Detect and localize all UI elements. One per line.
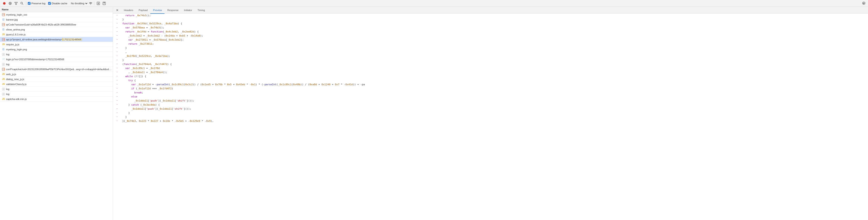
line-content: return _0x273011; bbox=[119, 42, 866, 46]
line-content: var _0x576bea = _0x74b3(); bbox=[119, 26, 866, 30]
line-marker: - bbox=[115, 107, 119, 110]
code-line: - (function(_0x2704e4, _0x1fd472) { bbox=[113, 62, 868, 66]
network-item[interactable]: XHapi.js?project_id=online.java.weblogin… bbox=[0, 37, 113, 42]
separator-1 bbox=[26, 1, 26, 5]
detail-tabs: ✕ Headers Payload Preview Response Initi… bbox=[113, 7, 868, 13]
line-content: } catch (_0x3ac0da) { bbox=[119, 103, 866, 107]
name-column-header: Name bbox=[2, 8, 8, 11]
network-item[interactable]: 🖼myelong_login.png bbox=[0, 47, 113, 52]
settings-button[interactable] bbox=[861, 1, 866, 6]
network-item[interactable]: ⬜log bbox=[0, 91, 113, 97]
network-item[interactable]: JSvalidatorClassJy.js bbox=[0, 82, 113, 87]
import-button[interactable] bbox=[96, 1, 101, 6]
js-icon: JS bbox=[2, 33, 5, 36]
disable-cache-label[interactable]: Disable cache bbox=[48, 2, 67, 5]
network-item[interactable]: 📄login.js?vs=202107095&timestamp=1702123… bbox=[0, 57, 113, 62]
item-name-text: login.js?vs=202107095&timestamp=17021231… bbox=[6, 58, 112, 61]
line-content: if (_0x1af12d === _0x1fd472) bbox=[119, 87, 866, 91]
preserve-log-label[interactable]: Preserve log bbox=[28, 2, 45, 5]
network-item[interactable]: ⬜log bbox=[0, 52, 113, 57]
network-item[interactable]: JScaptcha-sdk.min.js bbox=[0, 97, 113, 102]
network-item[interactable]: JSjquery1.8.3.min.js bbox=[0, 32, 113, 37]
separator-2 bbox=[94, 1, 94, 5]
line-marker: - bbox=[115, 70, 119, 73]
line-marker: - bbox=[115, 30, 119, 33]
network-item[interactable]: ⬜log bbox=[0, 62, 113, 67]
img-icon: 🖼 bbox=[2, 48, 4, 50]
detail-panel: ✕ Headers Payload Preview Response Initi… bbox=[113, 7, 868, 220]
network-item[interactable]: ⬜log bbox=[0, 87, 113, 91]
xhr-icon: XH bbox=[2, 23, 5, 26]
settings-icon bbox=[862, 2, 866, 5]
img-icon: 🖼 bbox=[2, 28, 4, 31]
network-toolbar: Preserve log Disable cache No throttling bbox=[0, 0, 868, 7]
line-marker: - bbox=[115, 46, 119, 49]
item-name-text: require_jy.js bbox=[6, 43, 112, 46]
tab-timing[interactable]: Timing bbox=[195, 7, 208, 14]
tab-preview[interactable]: Preview bbox=[150, 7, 164, 14]
item-name-text: dialog_new_jy.js bbox=[6, 78, 112, 80]
network-item[interactable]: JSrequire_jy.js bbox=[0, 42, 113, 47]
tab-initiator[interactable]: Initiator bbox=[181, 7, 195, 14]
code-line: - } bbox=[113, 115, 868, 119]
item-name-text: myelong_login_xxx bbox=[6, 13, 112, 16]
network-item[interactable]: XHmyelong_login_xxx bbox=[0, 12, 113, 17]
code-line: - } bbox=[113, 111, 868, 115]
line-content: , bbox=[119, 50, 866, 54]
code-line: - if (_0x1af12d === _0x1fd472) bbox=[113, 87, 868, 91]
line-content: function _0x1f0d(_0x5229ce, _0x4a71ba) { bbox=[119, 22, 866, 26]
line-content: } bbox=[119, 111, 866, 115]
line-marker: - bbox=[115, 74, 119, 77]
line-marker: - bbox=[115, 38, 119, 41]
item-name-text: log bbox=[6, 53, 112, 56]
search-button[interactable] bbox=[20, 1, 24, 6]
code-preview-panel[interactable]: - return _0x74b3();- }- function _0x1f0d… bbox=[113, 13, 868, 220]
throttle-wrap: No throttling bbox=[70, 2, 92, 5]
record-button[interactable] bbox=[2, 1, 7, 6]
code-line: - break; bbox=[113, 91, 868, 95]
line-marker: - bbox=[115, 87, 119, 89]
log-icon: ⬜ bbox=[2, 63, 5, 66]
code-line: - function _0x1f0d(_0x5229ce, _0x4a71ba)… bbox=[113, 22, 868, 26]
network-item[interactable]: JSdialog_new_jy.js bbox=[0, 77, 113, 82]
item-name-text: myelong_login.png bbox=[6, 48, 112, 51]
filter-button[interactable] bbox=[13, 1, 19, 6]
item-name-text: web_jy.js bbox=[6, 73, 112, 76]
code-line: - var _0x1af12d = -parseInt(_0x1c89c1(0x… bbox=[113, 83, 868, 87]
img-icon: 🖼 bbox=[2, 18, 4, 21]
network-list[interactable]: XHmyelong_login_xxx🖼banner.jpgXHqrCode?s… bbox=[0, 12, 113, 220]
preserve-log-checkbox[interactable] bbox=[28, 2, 31, 5]
item-name-text: log bbox=[6, 93, 112, 96]
export-button[interactable] bbox=[102, 1, 107, 6]
tab-response[interactable]: Response bbox=[164, 7, 181, 14]
close-detail-button[interactable]: ✕ bbox=[115, 8, 120, 13]
line-marker: - bbox=[115, 103, 119, 106]
line-marker: - bbox=[115, 50, 119, 53]
line-content: } bbox=[119, 46, 866, 50]
item-name-text: qrCode?sessionGuid=a36a50ff-6b23-462b-a6… bbox=[6, 23, 112, 26]
line-content: } bbox=[119, 17, 866, 22]
item-name-text: api.js?project_id=online.java.weblogin&t… bbox=[6, 38, 112, 41]
code-line: - try { bbox=[113, 78, 868, 83]
line-content: var _0x1af12d = -parseInt(_0x1c89c1(0x3c… bbox=[119, 83, 866, 87]
js-icon: JS bbox=[2, 98, 5, 100]
disable-cache-checkbox[interactable] bbox=[48, 2, 51, 5]
doc-icon: 📄 bbox=[2, 58, 5, 61]
xhr-icon: XH bbox=[2, 13, 5, 16]
svg-line-6 bbox=[22, 4, 23, 4]
line-content: , _0x1dda11 = _0x2704e4(); bbox=[119, 70, 866, 74]
line-content: try { bbox=[119, 78, 866, 83]
throttle-select[interactable]: No throttling bbox=[70, 2, 88, 5]
line-content: break; bbox=[119, 91, 866, 95]
network-item[interactable]: 🖼show_anima.png bbox=[0, 27, 113, 32]
tab-headers[interactable]: Headers bbox=[121, 7, 136, 14]
code-line: - }(_0x74b3, 0x223 * 0x227 + 0x10e * -0x… bbox=[113, 119, 868, 123]
network-item[interactable]: XHqrCode?sessionGuid=a36a50ff-6b23-462b-… bbox=[0, 22, 113, 27]
network-item[interactable]: XHconf?captchaUuid=20231209195909wPDbTCt… bbox=[0, 67, 113, 72]
tab-payload[interactable]: Payload bbox=[136, 7, 151, 14]
js-icon: JS bbox=[2, 73, 5, 75]
clear-button[interactable] bbox=[8, 1, 13, 6]
network-item[interactable]: 🖼banner.jpg bbox=[0, 17, 113, 22]
network-item[interactable]: JSweb_jy.js bbox=[0, 72, 113, 77]
network-panel: Name XHmyelong_login_xxx🖼banner.jpgXHqrC… bbox=[0, 7, 113, 220]
